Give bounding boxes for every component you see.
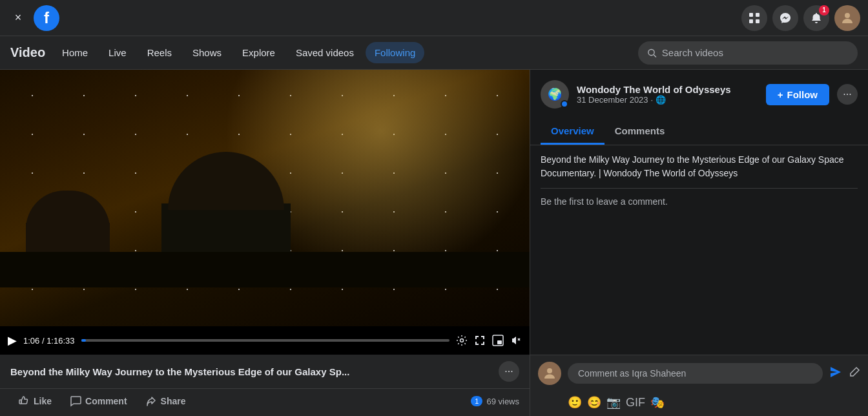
search-input[interactable] [662, 47, 849, 58]
tab-shows[interactable]: Shows [183, 42, 231, 63]
volume-icon[interactable] [510, 335, 522, 346]
user-avatar-icon [840, 10, 855, 26]
svg-line-6 [654, 54, 656, 57]
miniplayer-icon[interactable] [492, 335, 504, 346]
channel-avatar: 🌍 [541, 80, 569, 109]
search-box[interactable] [638, 41, 858, 65]
view-count: 69 views [486, 397, 519, 406]
tab-comments[interactable]: Comments [604, 119, 676, 145]
svg-point-4 [845, 13, 850, 18]
notifications-icon-button[interactable]: 1 [803, 5, 829, 31]
share-label: Share [161, 396, 186, 406]
emoji-laugh-button[interactable]: 😊 [587, 395, 601, 410]
post-meta: 31 December 2023 · 🌐 [577, 95, 758, 105]
user-avatar-button[interactable] [834, 5, 860, 31]
tab-explore[interactable]: Explore [233, 42, 284, 63]
video-section: ▶ 1:06 / 1:16:33 Beyond the [0, 70, 530, 416]
svg-point-5 [648, 49, 654, 55]
globe-icon: 🌐 [656, 95, 666, 105]
follow-button[interactable]: + Follow [766, 84, 829, 105]
dot-separator: · [651, 95, 654, 105]
nav-icons: 1 [741, 5, 860, 31]
svg-rect-3 [756, 19, 760, 23]
tab-saved-videos[interactable]: Saved videos [287, 42, 363, 63]
edit-icon [849, 366, 860, 378]
video-navigation: Video Home Live Reels Shows Explore Save… [0, 36, 868, 70]
post-description: Beyond the Milky Way Journey to the Myst… [530, 145, 868, 188]
tab-live[interactable]: Live [99, 42, 136, 63]
like-label: Like [34, 396, 52, 406]
video-actions-bar: Like Comment Share 1 69 views [0, 388, 530, 416]
fullscreen-icon[interactable] [474, 335, 486, 346]
commenter-avatar [538, 362, 561, 385]
video-controls: ▶ 1:06 / 1:16:33 [0, 326, 530, 355]
svg-rect-9 [497, 340, 502, 344]
emoji-photo-button[interactable]: 📷 [606, 395, 621, 410]
svg-rect-12 [19, 400, 21, 404]
grid-icon [748, 12, 761, 25]
page-title: Video [10, 45, 45, 60]
share-button[interactable]: Share [138, 391, 194, 411]
svg-rect-1 [756, 13, 760, 17]
video-player[interactable] [0, 70, 530, 326]
top-navigation: × f 1 [0, 0, 868, 36]
like-icon [18, 395, 30, 407]
emoji-smile-button[interactable]: 🙂 [568, 395, 582, 410]
send-comment-button[interactable] [829, 366, 842, 382]
post-header: 🌍 Wondody The World of Odysseys 31 Decem… [530, 70, 868, 119]
video-title-text: Beyond the Milky Way Journey to the Myst… [10, 366, 499, 377]
svg-point-13 [547, 368, 552, 373]
channel-name[interactable]: Wondody The World of Odysseys [577, 84, 758, 95]
messenger-icon-button[interactable] [772, 5, 798, 31]
notification-badge: 1 [819, 5, 829, 16]
post-date: 31 December 2023 [577, 95, 648, 105]
comment-emoji-actions: 🙂 😊 📷 GIF 🎭 [530, 391, 868, 416]
svg-rect-0 [749, 13, 753, 17]
svg-rect-2 [749, 19, 753, 23]
tab-following[interactable]: Following [366, 42, 424, 63]
emoji-sticker-button[interactable]: 🎭 [650, 395, 665, 410]
like-button[interactable]: Like [10, 391, 59, 411]
content-tabs: Overview Comments [530, 119, 868, 145]
channel-online-dot [561, 100, 568, 108]
tab-overview[interactable]: Overview [541, 119, 604, 145]
channel-info: Wondody The World of Odysseys 31 Decembe… [577, 84, 758, 105]
follow-icon: + [778, 89, 783, 100]
share-icon [145, 395, 157, 407]
emoji-gif-button[interactable]: GIF [626, 396, 645, 410]
comment-label: Comment [85, 396, 127, 406]
progress-bar[interactable] [81, 339, 450, 342]
comments-area: Be the first to leave a comment. [530, 189, 868, 355]
facebook-logo[interactable]: f [34, 5, 59, 31]
send-icon [829, 366, 842, 379]
settings-icon[interactable] [456, 335, 468, 346]
tab-reels[interactable]: Reels [138, 42, 181, 63]
commenter-avatar-icon [542, 366, 557, 380]
messenger-icon [779, 12, 792, 25]
close-button[interactable]: × [8, 8, 28, 28]
grid-icon-button[interactable] [741, 5, 767, 31]
time-display: 1:06 / 1:16:33 [23, 336, 75, 346]
stats-info: 1 69 views [471, 396, 519, 406]
search-icon [647, 48, 657, 58]
channel-more-options-button[interactable]: ··· [837, 84, 858, 105]
play-button[interactable]: ▶ [8, 333, 17, 348]
comment-icon [70, 395, 81, 407]
progress-fill [81, 339, 87, 342]
comment-input[interactable] [568, 363, 823, 384]
follow-label: Follow [787, 89, 818, 100]
first-comment-prompt: Be the first to leave a comment. [541, 196, 858, 207]
comment-input-area [530, 355, 868, 391]
treeline [0, 252, 530, 287]
main-content: ▶ 1:06 / 1:16:33 Beyond the [0, 70, 868, 416]
comment-button[interactable]: Comment [62, 391, 135, 411]
more-options-button[interactable]: ··· [499, 361, 519, 382]
observatory-silhouette [0, 184, 530, 287]
svg-point-7 [460, 339, 464, 342]
video-info-bar: Beyond the Milky Way Journey to the Myst… [0, 355, 530, 388]
sidebar: 🌍 Wondody The World of Odysseys 31 Decem… [530, 70, 868, 416]
like-count: 1 [471, 396, 482, 406]
tab-home[interactable]: Home [53, 42, 97, 63]
edit-icon-button[interactable] [849, 366, 860, 380]
